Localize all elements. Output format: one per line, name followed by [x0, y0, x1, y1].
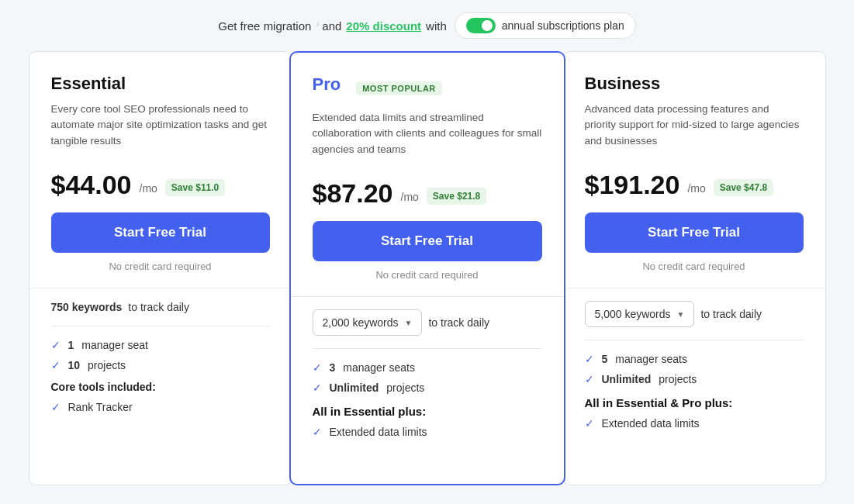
business-extended-data: ✓ Extended data limits — [585, 417, 804, 430]
business-all-in-plus: All in Essential & Pro plus: — [585, 396, 804, 409]
pro-extended-data: ✓ Extended data limits — [313, 426, 542, 438]
business-projects-count: Unlimited — [602, 373, 652, 385]
business-keywords-dropdown[interactable]: 5,000 keywords ▼ — [585, 301, 695, 327]
essential-projects-label: projects — [88, 359, 126, 371]
pro-period: /mo — [401, 191, 419, 203]
pro-extended-label: Extended data limits — [330, 426, 427, 438]
business-period: /mo — [687, 182, 705, 195]
check-icon-pro-seats: ✓ — [313, 361, 322, 374]
chevron-down-icon: ▼ — [405, 319, 413, 327]
pro-keywords-count: 2,000 keywords — [323, 316, 399, 329]
pro-save-badge: Save $21.8 — [427, 188, 486, 205]
business-features-section: ✓ 5 manager seats ✓ Unlimited projects A… — [585, 340, 804, 450]
business-projects-label: projects — [659, 373, 697, 385]
business-price-row: $191.20 /mo Save $47.8 — [585, 170, 804, 200]
most-popular-badge: Most Popular — [356, 81, 442, 95]
essential-keywords-row: 750 keywords to track daily — [51, 288, 270, 326]
business-price: $191.20 — [585, 170, 680, 200]
essential-seats-count: 1 — [68, 339, 74, 351]
business-seats-label: manager seats — [615, 353, 687, 365]
essential-keywords-suffix: to track daily — [128, 301, 189, 313]
check-icon-pro-projects: ✓ — [313, 381, 322, 394]
pro-all-in-plus: All in Essential plus: — [313, 405, 542, 418]
essential-price-row: $44.00 /mo Save $11.0 — [51, 170, 270, 200]
pro-seats-label: manager seats — [343, 361, 415, 374]
pro-plan-name: Pro — [313, 74, 341, 95]
essential-keywords-count: 750 keywords — [51, 301, 123, 313]
essential-rank-tracker: ✓ Rank Tracker — [51, 401, 270, 413]
pro-keywords-row: 2,000 keywords ▼ to track daily — [313, 297, 542, 349]
pro-plan-description: Extended data limits and streamlined col… — [313, 110, 542, 163]
essential-trial-button[interactable]: Start Free Trial — [51, 212, 270, 253]
pro-no-credit: No credit card required — [313, 269, 542, 281]
essential-core-tools-title: Core tools included: — [51, 381, 270, 393]
toggle-track — [466, 18, 496, 33]
business-no-credit: No credit card required — [585, 261, 804, 272]
plan-card-business: Business Advanced data processing featur… — [562, 51, 826, 485]
check-icon-biz-extended: ✓ — [585, 417, 594, 430]
business-plan-name: Business — [585, 74, 804, 94]
check-icon-biz-seats: ✓ — [585, 353, 594, 365]
essential-period: /mo — [140, 182, 157, 195]
annual-toggle-switch[interactable] — [466, 18, 496, 33]
pro-feature-seats: ✓ 3 manager seats — [313, 361, 542, 374]
check-icon-seats: ✓ — [51, 339, 61, 351]
pro-seats-count: 3 — [330, 361, 336, 374]
pro-price: $87.20 — [313, 178, 393, 209]
essential-price: $44.00 — [51, 170, 132, 200]
pro-header-row: Pro Most Popular — [313, 74, 542, 102]
top-bar: Get free migration ⁱ and 20% discount wi… — [0, 0, 854, 51]
chevron-down-icon-business: ▼ — [677, 310, 685, 319]
check-icon-biz-projects: ✓ — [585, 373, 594, 385]
essential-save-badge: Save $11.0 — [165, 179, 225, 196]
business-keywords-suffix: to track daily — [700, 308, 762, 320]
pro-projects-label: projects — [386, 381, 424, 394]
check-icon-pro-extended: ✓ — [313, 426, 322, 438]
essential-projects-count: 10 — [68, 359, 81, 371]
pro-keywords-suffix: to track daily — [428, 316, 489, 329]
business-feature-seats: ✓ 5 manager seats — [585, 353, 804, 365]
and-text: and — [322, 19, 341, 33]
essential-plan-description: Every core tool SEO professionals need t… — [51, 102, 270, 154]
essential-no-credit: No credit card required — [51, 261, 270, 272]
business-trial-button[interactable]: Start Free Trial — [585, 212, 804, 253]
business-extended-label: Extended data limits — [602, 417, 700, 430]
essential-rank-tracker-label: Rank Tracker — [68, 401, 133, 413]
with-text: with — [426, 19, 447, 33]
business-feature-projects: ✓ Unlimited projects — [585, 373, 804, 385]
check-icon-projects: ✓ — [51, 359, 61, 371]
pro-features-section: ✓ 3 manager seats ✓ Unlimited projects A… — [313, 349, 542, 458]
essential-seats-label: manager seat — [81, 339, 148, 351]
toggle-thumb — [482, 20, 493, 31]
essential-plan-name: Essential — [51, 74, 270, 94]
pro-projects-count: Unlimited — [330, 381, 379, 394]
pre-migration-text: Get free migration — [218, 19, 311, 33]
plan-card-essential: Essential Every core tool SEO profession… — [29, 51, 292, 485]
pro-price-row: $87.20 /mo Save $21.8 — [313, 178, 542, 209]
essential-feature-seats: ✓ 1 manager seat — [51, 339, 270, 351]
business-keywords-row: 5,000 keywords ▼ to track daily — [585, 288, 804, 340]
info-icon[interactable]: ⁱ — [316, 20, 317, 32]
business-seats-count: 5 — [602, 353, 608, 365]
pro-feature-projects: ✓ Unlimited projects — [313, 381, 542, 394]
toggle-label: annual subscriptions plan — [502, 19, 624, 32]
essential-feature-projects: ✓ 10 projects — [51, 359, 270, 371]
business-keywords-count: 5,000 keywords — [595, 308, 671, 320]
plan-card-pro: Pro Most Popular Extended data limits an… — [289, 51, 565, 485]
annual-toggle-container[interactable]: annual subscriptions plan — [455, 12, 636, 39]
pro-keywords-dropdown[interactable]: 2,000 keywords ▼ — [313, 309, 423, 336]
essential-features-section: ✓ 1 manager seat ✓ 10 projects Core tool… — [51, 326, 270, 433]
discount-text: 20% discount — [346, 19, 421, 33]
plans-container: Essential Every core tool SEO profession… — [0, 51, 854, 501]
business-plan-description: Advanced data processing features and pr… — [585, 102, 804, 154]
business-save-badge: Save $47.8 — [714, 179, 773, 196]
check-icon-rank-tracker: ✓ — [51, 401, 61, 413]
pro-trial-button[interactable]: Start Free Trial — [313, 221, 542, 261]
